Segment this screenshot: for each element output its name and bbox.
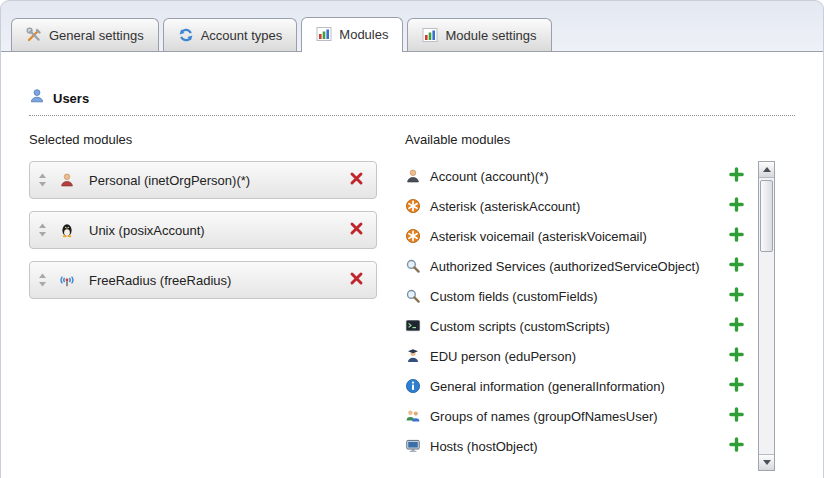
add-module-button[interactable] — [729, 287, 744, 305]
available-module-row[interactable]: Hosts (hostObject) — [405, 431, 744, 461]
tab-general-settings[interactable]: General settings — [11, 18, 159, 51]
plus-icon — [729, 227, 744, 245]
selected-modules-heading: Selected modules — [29, 132, 377, 147]
available-module-row[interactable]: Custom fields (customFields) — [405, 281, 744, 311]
lam-configuration-page: General settings Account types — [0, 0, 824, 478]
tab-label: Modules — [339, 27, 388, 42]
scroll-up-button[interactable] — [759, 162, 774, 178]
arrow-down-icon — [763, 460, 771, 465]
magnifier-icon — [405, 288, 421, 304]
group-icon — [405, 408, 421, 424]
plus-icon — [729, 347, 744, 365]
plus-icon — [729, 287, 744, 305]
modules-chart-icon — [316, 26, 332, 42]
tab-account-types[interactable]: Account types — [163, 18, 298, 51]
selected-modules-list: Personal (inetOrgPerson)(*) — [29, 161, 377, 299]
tab-bar: General settings Account types — [1, 1, 823, 51]
antenna-icon — [59, 272, 75, 288]
scrollbar-thumb[interactable] — [760, 180, 773, 252]
module-label: Personal (inetOrgPerson)(*) — [89, 173, 250, 188]
available-modules-list: Account (account)(*) — [405, 161, 744, 471]
available-module-row[interactable]: Asterisk voicemail (asteriskVoicemail) — [405, 221, 744, 251]
module-label: Custom fields (customFields) — [430, 289, 598, 304]
available-module-row[interactable]: Authorized Services (authorizedServiceOb… — [405, 251, 744, 281]
add-module-button[interactable] — [729, 167, 744, 185]
available-module-row[interactable]: Asterisk (asteriskAccount) — [405, 191, 744, 221]
user-icon — [29, 88, 45, 108]
plus-icon — [729, 407, 744, 425]
module-label: Asterisk voicemail (asteriskVoicemail) — [430, 229, 647, 244]
available-module-row[interactable]: EDU person (eduPerson) — [405, 341, 744, 371]
module-label: Groups of names (groupOfNamesUser) — [430, 409, 658, 424]
users-section-header: Users — [29, 52, 795, 108]
scrollbar-track[interactable] — [759, 178, 774, 454]
plus-icon — [729, 167, 744, 185]
modules-chart-icon — [422, 27, 438, 43]
module-label: Hosts (hostObject) — [430, 439, 538, 454]
scroll-down-button[interactable] — [759, 454, 774, 470]
available-modules-column: Available modules Account (account)(*) — [405, 132, 795, 471]
tab-modules[interactable]: Modules — [301, 17, 403, 52]
selected-module-row[interactable]: Personal (inetOrgPerson)(*) — [29, 161, 377, 199]
delete-x-icon — [349, 221, 364, 239]
available-module-row[interactable]: Groups of names (groupOfNamesUser) — [405, 401, 744, 431]
terminal-icon — [405, 318, 421, 334]
module-columns: Selected modules — [29, 132, 795, 471]
scrollbar[interactable] — [758, 161, 775, 471]
tab-label: General settings — [49, 28, 144, 43]
add-module-button[interactable] — [729, 227, 744, 245]
plus-icon — [729, 257, 744, 275]
module-label: Authorized Services (authorizedServiceOb… — [430, 259, 700, 274]
refresh-icon — [178, 27, 194, 43]
arrow-up-icon — [763, 167, 771, 172]
selected-module-row[interactable]: FreeRadius (freeRadius) — [29, 261, 377, 299]
plus-icon — [729, 437, 744, 455]
plus-icon — [729, 377, 744, 395]
module-label: General information (generalInformation) — [430, 379, 665, 394]
computer-icon — [405, 438, 421, 454]
add-module-button[interactable] — [729, 197, 744, 215]
drag-handle-icon[interactable] — [38, 273, 47, 287]
tab-label: Module settings — [445, 28, 536, 43]
selected-modules-column: Selected modules — [29, 132, 377, 471]
add-module-button[interactable] — [729, 407, 744, 425]
personal-icon — [59, 172, 75, 188]
available-modules-wrap: Account (account)(*) — [405, 161, 795, 471]
selected-module-row[interactable]: Unix (posixAccount) — [29, 211, 377, 249]
module-label: EDU person (eduPerson) — [430, 349, 576, 364]
available-modules-heading: Available modules — [405, 132, 795, 147]
edu-person-icon — [405, 348, 421, 364]
tab-label: Account types — [201, 28, 283, 43]
module-label: Unix (posixAccount) — [89, 223, 205, 238]
add-module-button[interactable] — [729, 437, 744, 455]
add-module-button[interactable] — [729, 257, 744, 275]
section-title: Users — [53, 91, 89, 106]
add-module-button[interactable] — [729, 377, 744, 395]
add-module-button[interactable] — [729, 347, 744, 365]
tux-penguin-icon — [59, 222, 75, 238]
remove-module-button[interactable] — [349, 171, 364, 189]
drag-handle-icon[interactable] — [38, 173, 47, 187]
delete-x-icon — [349, 271, 364, 289]
plus-icon — [729, 197, 744, 215]
available-module-row[interactable]: General information (generalInformation) — [405, 371, 744, 401]
available-module-row[interactable]: Account (account)(*) — [405, 161, 744, 191]
available-module-row[interactable]: Custom scripts (customScripts) — [405, 311, 744, 341]
modules-panel: Users Selected modules — [1, 51, 823, 478]
module-label: FreeRadius (freeRadius) — [89, 273, 231, 288]
magnifier-icon — [405, 258, 421, 274]
tools-icon — [26, 27, 42, 43]
add-module-button[interactable] — [729, 317, 744, 335]
module-label: Account (account)(*) — [430, 169, 549, 184]
info-icon — [405, 378, 421, 394]
tab-module-settings[interactable]: Module settings — [407, 18, 551, 51]
module-label: Asterisk (asteriskAccount) — [430, 199, 580, 214]
account-person-icon — [405, 168, 421, 184]
delete-x-icon — [349, 171, 364, 189]
remove-module-button[interactable] — [349, 221, 364, 239]
asterisk-icon — [405, 228, 421, 244]
drag-handle-icon[interactable] — [38, 223, 47, 237]
divider — [29, 115, 795, 116]
module-label: Custom scripts (customScripts) — [430, 319, 610, 334]
remove-module-button[interactable] — [349, 271, 364, 289]
